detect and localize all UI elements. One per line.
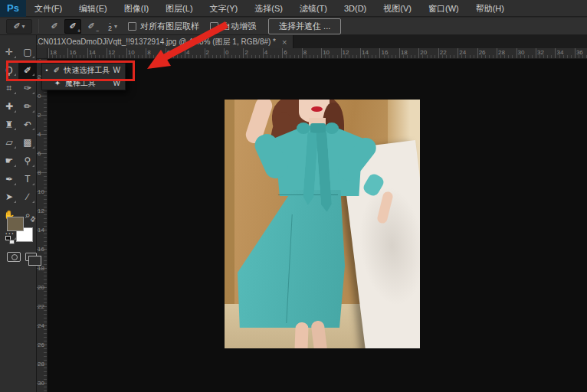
select-and-mask-button[interactable]: 选择并遮住 ... [268, 18, 341, 34]
ruler-label: 0 [224, 49, 228, 56]
ruler-label: 4 [185, 49, 189, 56]
menu-item[interactable]: 窗口(W) [420, 0, 467, 17]
type-tool[interactable]: T [18, 170, 37, 188]
default-colors-icon[interactable] [5, 236, 15, 244]
menu-item[interactable]: 3D(D) [336, 0, 375, 17]
separator [38, 19, 39, 33]
ruler-label: 8 [146, 49, 150, 56]
menu-item[interactable]: 视图(V) [375, 0, 420, 17]
tool-icon: ➤ [5, 191, 13, 202]
quick-mask-button[interactable] [7, 252, 21, 262]
mode-mark: − [96, 28, 99, 34]
photoshop-logo: Ps [0, 0, 26, 17]
ruler-origin-corner[interactable] [37, 48, 48, 59]
smudge-tool[interactable]: ☛ [0, 152, 18, 170]
ruler-label: 12 [341, 49, 349, 56]
gradient-tool[interactable]: ▩ [18, 133, 37, 152]
dodge-tool[interactable]: ⚲ [18, 152, 37, 170]
lasso-tool[interactable]: Ϙ [0, 61, 18, 80]
ruler-label: 2 [205, 49, 209, 56]
ruler-label: 6 [166, 49, 170, 56]
tool-icon: ▩ [23, 137, 31, 148]
checkbox-box[interactable] [210, 22, 218, 31]
tool-icon: ☛ [5, 155, 14, 166]
ruler-label: 4 [38, 59, 41, 61]
screen-mode-button[interactable] [25, 253, 37, 261]
path-selection-tool[interactable]: ➤ [0, 188, 18, 207]
flyout-item-label: 快速选择工具 [64, 65, 110, 76]
menu-bar: Ps 文件(F)编辑(E)图像(I)图层(L)文字(Y)选择(S)滤镜(T)3D… [0, 0, 587, 17]
ruler-label: 20 [38, 284, 44, 291]
flyout-menu-item[interactable]: ▪ ✐ 快速选择工具 W [42, 64, 125, 77]
menu-item[interactable]: 图像(I) [116, 0, 157, 17]
ruler-label: 16 [379, 49, 388, 56]
option-checkbox[interactable]: 对所有图层取样 [128, 21, 199, 32]
ruler-label: 10 [321, 49, 330, 56]
tool-icon: ✐ [24, 65, 31, 76]
eyedropper-tool[interactable]: ✑ [18, 79, 37, 97]
crop-tool[interactable]: ⌗ [0, 79, 18, 97]
menu-item[interactable]: 图层(L) [157, 0, 201, 17]
clone-stamp-tool[interactable]: ♜ [0, 116, 18, 134]
ruler-label: 10 [38, 188, 44, 195]
tool-preset-picker[interactable]: ✐ ▾ [6, 19, 32, 34]
foreground-color-swatch[interactable] [7, 217, 24, 231]
flyout-menu-item[interactable]: ✦ 魔棒工具 W [42, 77, 125, 90]
photo-bow [325, 122, 339, 134]
chevron-down-icon: ▾ [22, 23, 25, 30]
ruler-label: 28 [497, 49, 505, 56]
ruler-label: 0 [38, 93, 41, 100]
tool-icon: T [25, 174, 30, 185]
brush-icon: ✐ [51, 21, 57, 31]
option-checkbox[interactable]: 自动增强 [210, 21, 256, 32]
ruler-label: 6 [38, 150, 41, 157]
menu-item[interactable]: 帮助(H) [467, 0, 513, 17]
menu-item[interactable]: 滤镜(T) [291, 0, 336, 17]
ruler-label: 2 [243, 49, 248, 56]
healing-brush-tool[interactable]: ✚ [0, 97, 18, 116]
horizontal-ruler[interactable]: 1816141210864202468101214161820222426283… [48, 48, 587, 59]
subtract-from-selection[interactable]: ✐ − [83, 19, 100, 34]
document-image[interactable] [225, 100, 420, 348]
rectangular-marquee-tool[interactable]: ▢ [18, 43, 37, 61]
ruler-label: 24 [38, 322, 44, 329]
ruler-label: 34 [555, 49, 563, 56]
ruler-label: 28 [38, 361, 44, 368]
tool-icon: ✐ [52, 66, 61, 74]
ruler-label: 4 [263, 49, 267, 56]
menu-item[interactable]: 选择(S) [246, 0, 291, 17]
photo-leg [294, 322, 308, 348]
tool-icon: ✛ [5, 47, 13, 57]
close-icon[interactable]: × [282, 38, 287, 46]
option-checkboxes: 对所有图层取样 自动增强 [117, 21, 256, 32]
brush-size-picker[interactable]: · 2 ▾ [108, 21, 117, 31]
tool-icon: ✦ [53, 79, 62, 87]
pen-tool[interactable]: ✒ [0, 170, 18, 188]
tool-icon: ✑ [24, 83, 31, 93]
document-tab[interactable]: O1CN011XOeaDmoDJiVqtt_!!91372914.jpg @ 4… [21, 35, 294, 48]
ruler-label: 14 [360, 49, 369, 56]
quick-selection-tool[interactable]: ✐ [18, 61, 37, 80]
new-selection[interactable]: ✐ [46, 19, 63, 34]
photoshop-window: Ps 文件(F)编辑(E)图像(I)图层(L)文字(Y)选择(S)滤镜(T)3D… [0, 0, 587, 392]
move-tool[interactable]: ✛ [0, 43, 18, 61]
brush-size-value: 2 [108, 26, 112, 31]
line-tool[interactable]: ∕ [18, 188, 37, 207]
menu-item[interactable]: 编辑(E) [71, 0, 116, 17]
brush-tool[interactable]: ✏ [18, 97, 37, 116]
eraser-tool[interactable]: ▱ [0, 133, 18, 152]
ruler-label: 4 [38, 131, 41, 138]
ruler-label: 14 [87, 49, 96, 56]
menu-item[interactable]: 文件(F) [26, 0, 71, 17]
photo-lips [311, 106, 323, 112]
tool-options-bar: ✐ ▾ ✐ ✐ + ✐ − [0, 18, 587, 35]
menu-item[interactable]: 文字(Y) [202, 0, 247, 17]
checkbox-box[interactable] [128, 22, 136, 31]
ruler-label: 2 [38, 74, 41, 80]
selected-bullet-icon: ▪ [44, 67, 49, 74]
add-to-selection[interactable]: ✐ + [64, 19, 81, 34]
history-brush-tool[interactable]: ↶ [18, 116, 37, 134]
ruler-label: 24 [457, 49, 466, 56]
vertical-ruler[interactable]: 42024681012141618202224262830 [37, 59, 48, 392]
ruler-label: 22 [438, 49, 447, 56]
